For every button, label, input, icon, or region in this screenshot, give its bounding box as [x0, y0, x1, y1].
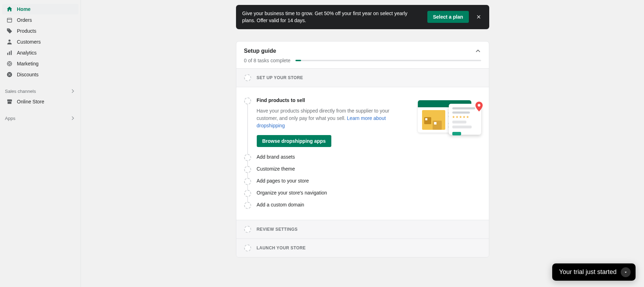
setup-guide-card: Setup guide 0 of 8 tasks complete SET UP…	[236, 41, 489, 257]
task-description: Have your products shipped directly from…	[257, 107, 404, 129]
section-label: Sales channels	[5, 89, 36, 94]
status-circle-icon	[244, 166, 251, 173]
svg-point-1	[8, 40, 11, 42]
nav-online-store[interactable]: Online Store	[2, 96, 78, 107]
chevron-right-icon	[70, 115, 76, 121]
nav-label: Products	[17, 28, 36, 34]
nav-label: Home	[17, 6, 31, 12]
svg-point-10	[478, 104, 480, 106]
nav-label: Online Store	[17, 99, 44, 104]
nav-label: Customers	[17, 39, 41, 45]
task-title: Organize your store's navigation	[257, 190, 327, 196]
section-label: LAUNCH YOUR STORE	[257, 245, 306, 250]
status-circle-icon	[244, 154, 251, 161]
task-illustration	[418, 97, 481, 136]
svg-point-6	[8, 63, 10, 64]
task-organize-navigation[interactable]: Organize your store's navigation	[244, 187, 481, 199]
section-launch-store[interactable]: LAUNCH YOUR STORE	[236, 238, 489, 257]
status-circle-icon	[244, 178, 251, 185]
nav-discounts[interactable]: Discounts	[2, 69, 78, 80]
task-add-domain[interactable]: Add a custom domain	[244, 199, 481, 211]
sidebar: Home Orders Products Customers Analytics…	[0, 0, 81, 287]
banner-message: Give your business time to grow. Get 50%…	[242, 10, 422, 24]
tasks-complete-count: 0 of 8 tasks complete	[244, 58, 291, 63]
orders-icon	[6, 17, 13, 23]
task-list: Find products to sell Have your products…	[236, 87, 489, 220]
task-customize-theme[interactable]: Customize theme	[244, 164, 481, 176]
discounts-icon	[6, 71, 13, 78]
task-title: Add a custom domain	[257, 202, 304, 208]
marketing-icon	[6, 60, 13, 67]
home-icon	[6, 6, 13, 12]
svg-point-5	[7, 62, 12, 66]
svg-rect-2	[7, 53, 8, 55]
section-sales-channels[interactable]: Sales channels	[0, 86, 81, 96]
task-add-pages[interactable]: Add pages to your store	[244, 176, 481, 187]
progress-bar	[295, 60, 481, 61]
caret-down-icon	[621, 267, 631, 277]
svg-rect-3	[9, 51, 10, 55]
nav-label: Analytics	[17, 50, 37, 56]
nav-home[interactable]: Home	[2, 4, 78, 14]
card-header: Setup guide 0 of 8 tasks complete	[236, 42, 489, 68]
nav-orders[interactable]: Orders	[2, 15, 78, 25]
section-label: SET UP YOUR STORE	[257, 75, 303, 80]
trial-label: Your trial just started	[559, 268, 617, 276]
close-icon	[476, 14, 481, 19]
chevron-up-icon[interactable]	[475, 48, 481, 54]
nav-label: Discounts	[17, 72, 38, 77]
svg-rect-0	[7, 18, 12, 23]
trial-notification[interactable]: Your trial just started	[552, 263, 636, 281]
store-icon	[6, 98, 13, 105]
nav-products[interactable]: Products	[2, 26, 78, 36]
section-review-settings[interactable]: REVIEW SETTINGS	[236, 220, 489, 238]
nav-label: Marketing	[17, 61, 38, 66]
task-title: Add brand assets	[257, 154, 295, 160]
setup-guide-title: Setup guide	[244, 48, 276, 54]
task-title: Add pages to your store	[257, 178, 309, 184]
section-label: Apps	[5, 116, 15, 121]
task-title: Find products to sell	[257, 97, 404, 103]
promo-banner: Give your business time to grow. Get 50%…	[236, 5, 489, 29]
status-circle-icon	[244, 226, 251, 233]
svg-rect-4	[11, 51, 12, 55]
nav-analytics[interactable]: Analytics	[2, 47, 78, 58]
status-circle-icon	[244, 244, 251, 251]
chevron-right-icon	[70, 88, 76, 94]
nav-customers[interactable]: Customers	[2, 37, 78, 47]
main-content: Give your business time to grow. Get 50%…	[81, 0, 644, 287]
section-apps[interactable]: Apps	[0, 113, 81, 123]
browse-apps-button[interactable]: Browse dropshipping apps	[257, 135, 331, 147]
nav-marketing[interactable]: Marketing	[2, 58, 78, 69]
nav-label: Orders	[17, 17, 32, 23]
status-circle-icon	[244, 190, 251, 197]
analytics-icon	[6, 50, 13, 56]
banner-close-button[interactable]	[474, 13, 483, 21]
task-add-brand-assets[interactable]: Add brand assets	[244, 152, 481, 164]
select-plan-button[interactable]: Select a plan	[427, 11, 469, 23]
progress-fill	[295, 60, 301, 61]
status-circle-icon	[244, 97, 251, 104]
section-label: REVIEW SETTINGS	[257, 227, 298, 232]
status-circle-icon	[244, 202, 251, 209]
customers-icon	[6, 39, 13, 45]
svg-point-8	[8, 74, 9, 74]
status-circle-icon	[244, 74, 251, 81]
svg-point-9	[10, 75, 11, 76]
task-title: Customize theme	[257, 166, 295, 172]
task-find-products[interactable]: Find products to sell Have your products…	[244, 95, 481, 152]
section-setup-store[interactable]: SET UP YOUR STORE	[236, 68, 489, 87]
tag-icon	[6, 28, 13, 34]
